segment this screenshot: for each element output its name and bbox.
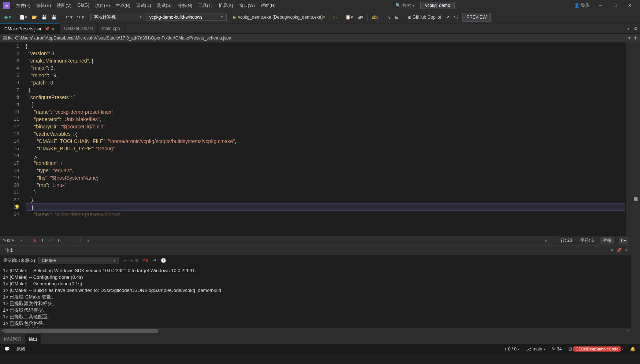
preset-dropdown[interactable]: vcpkg-demo-build-windows▼	[146, 14, 227, 21]
editor-scrollbar[interactable]	[625, 42, 631, 236]
menu-project[interactable]: 项目(P)	[92, 3, 113, 9]
status-notifications-button[interactable]: 🔔	[629, 346, 637, 352]
menu-window[interactable]: 窗口(W)	[236, 3, 258, 9]
menu-debug[interactable]: 调试(D)	[133, 3, 154, 9]
status-changes[interactable]: ✎ 34	[550, 346, 563, 352]
repo-name: CSDNBlogSampleCode	[573, 346, 621, 352]
menu-tools[interactable]: 工具(T)	[195, 3, 215, 9]
line-ending[interactable]: LF	[619, 237, 628, 244]
menu-help[interactable]: 帮助(H)	[258, 3, 279, 9]
copilot-button[interactable]: ◉ GitHub Copilot	[405, 15, 443, 20]
save-button[interactable]: 💾	[40, 14, 49, 21]
fold-toggle[interactable]: ˅	[16, 160, 18, 167]
tab-maincpp[interactable]: main.cpp	[98, 23, 125, 33]
output-close-icon[interactable]: ✕	[625, 248, 628, 253]
output-history-button[interactable]: 🕐	[161, 258, 166, 263]
hscroll-right[interactable]: ►	[544, 238, 548, 243]
login-label: 登录	[581, 3, 589, 9]
warning-icon[interactable]: ⚠	[49, 238, 53, 243]
output-hscrollbar[interactable]: ◄ ►	[0, 328, 631, 334]
menu-view[interactable]: 视图(V)	[54, 3, 74, 9]
tab-cmakelists[interactable]: CMakeLists.txt	[60, 23, 98, 33]
output-source-select[interactable]: CMake ▼	[38, 257, 119, 264]
pencil-icon: ✎	[552, 346, 555, 352]
vs-logo-icon: ∞	[3, 2, 10, 9]
schema-label: 架构:	[3, 35, 13, 41]
stack-button[interactable]: 📋▾	[343, 14, 355, 21]
admin-button[interactable]: 🛡	[452, 14, 460, 21]
search-box[interactable]: 🔍 搜索 ▾	[392, 3, 418, 9]
format-button[interactable]: ↘	[385, 14, 392, 21]
output-indent-right-button[interactable]: ⇥	[129, 258, 133, 263]
lightbulb-icon[interactable]: 💡	[14, 203, 20, 211]
undo-button[interactable]: ↶ ▾	[63, 14, 74, 21]
tab-overflow-button[interactable]: ▾	[625, 23, 632, 33]
menu-edit[interactable]: 编辑(E)	[33, 3, 54, 9]
prev-issue-button[interactable]: ↑	[66, 238, 68, 243]
open-button[interactable]: 📂	[30, 14, 39, 21]
nav-back-button[interactable]: ◉ ▾	[2, 14, 13, 21]
save-all-button[interactable]: 💾	[49, 14, 59, 21]
hscroll-left[interactable]: ◄	[86, 238, 90, 243]
fold-toggle[interactable]: ˅	[16, 101, 18, 108]
menu-file[interactable]: 文件(F)	[13, 3, 33, 9]
fold-toggle[interactable]: ˅	[16, 130, 18, 138]
close-button[interactable]: ✕	[622, 0, 637, 11]
tab-settings-button[interactable]: ⚙	[632, 23, 640, 33]
redo-button[interactable]: ↷ ▾	[75, 14, 86, 21]
code-editor[interactable]: 123˅45678˅9˅10111213˅14151617˅1819202122…	[0, 42, 631, 236]
menu-analyze[interactable]: 分析(N)	[175, 3, 196, 9]
output-pin-icon[interactable]: 📌	[616, 248, 622, 253]
menu-test[interactable]: 测试(S)	[154, 3, 175, 9]
preview-button[interactable]: PREVIEW	[462, 13, 491, 22]
status-feedback-button[interactable]: 💬	[3, 346, 11, 352]
vtab-solution-explorer[interactable]: 解决方案资源管理器	[632, 192, 639, 195]
layout-button[interactable]: ⊞▾	[356, 14, 365, 21]
whitespace-mode[interactable]: 空格	[600, 237, 614, 244]
text-button[interactable]: abc	[370, 14, 380, 21]
minimize-button[interactable]: ─	[593, 0, 608, 11]
zoom-level[interactable]: 100 %	[3, 238, 15, 243]
search-placeholder: 搜索 ▾	[402, 3, 414, 9]
code-content[interactable]: { "version": 3, "cmakeMinimumRequired": …	[26, 42, 625, 236]
config-dropdown[interactable]: 本地计算机▼	[90, 13, 145, 21]
branch-name: main	[533, 346, 542, 352]
menu-git[interactable]: Git(G)	[74, 3, 92, 9]
config-label: 本地计算机	[94, 14, 116, 20]
error-icon[interactable]: ⊗	[33, 238, 36, 243]
status-repo[interactable]: ⊞ CSDNBlogSampleCode ▾	[567, 346, 625, 352]
maximize-button[interactable]: ☐	[608, 0, 622, 11]
status-branch[interactable]: ⎇ main ▾	[525, 346, 547, 352]
login-button[interactable]: 👤 登录	[570, 3, 593, 9]
schema-dropdown-icon[interactable]: ▾	[628, 35, 630, 41]
start-debug-button[interactable]: ▶ vcpkg_demo.exe (Debug\vcpkg_demo.exe) …	[231, 14, 327, 21]
fold-toggle[interactable]: ˅	[16, 94, 18, 101]
schema-add-icon[interactable]: ✚	[633, 35, 637, 41]
menu-extensions[interactable]: 扩展(X)	[216, 3, 236, 9]
output-wrap-off-button[interactable]: ≡	[135, 258, 138, 263]
user-icon: 👤	[574, 3, 580, 8]
bottom-tool-tabs: 错误列表 输出	[0, 334, 631, 344]
copilot-label: GitHub Copilot	[413, 15, 441, 20]
start-without-debug-button[interactable]: ▷	[332, 14, 339, 21]
menu-build[interactable]: 生成(B)	[113, 3, 133, 9]
schema-path: C:\Users\xuron\AppData\Local\Microsoft\V…	[15, 35, 231, 41]
close-icon[interactable]: ✕	[51, 26, 55, 31]
tab-output[interactable]: 输出	[25, 334, 41, 344]
output-body[interactable]: 1> [CMake] -- Selecting Windows SDK vers…	[0, 266, 631, 328]
comment-button[interactable]: ⊟	[393, 14, 401, 21]
output-clear-button[interactable]: ✕≡	[142, 258, 148, 263]
next-issue-button[interactable]: ↓	[73, 238, 75, 243]
share-button[interactable]: ↗	[444, 14, 451, 21]
new-item-button[interactable]: 📄▾	[18, 14, 29, 21]
preset-label: vcpkg-demo-build-windows	[149, 15, 202, 20]
fold-toggle[interactable]: ˅	[16, 57, 18, 64]
output-indent-left-button[interactable]: ⇤	[123, 258, 127, 263]
tab-cmakepresets[interactable]: CMakePresets.json 📌 ✕	[0, 23, 60, 33]
status-issues[interactable]: ↑ 0 / 0 ▴	[503, 346, 521, 352]
tab-error-list[interactable]: 错误列表	[0, 334, 25, 344]
solution-name[interactable]: vcpkg_demo	[420, 2, 455, 9]
output-dropdown-icon[interactable]: ▾	[611, 248, 613, 253]
output-wrap-button[interactable]: ⤶	[153, 258, 156, 263]
pin-icon[interactable]: 📌	[45, 27, 49, 31]
